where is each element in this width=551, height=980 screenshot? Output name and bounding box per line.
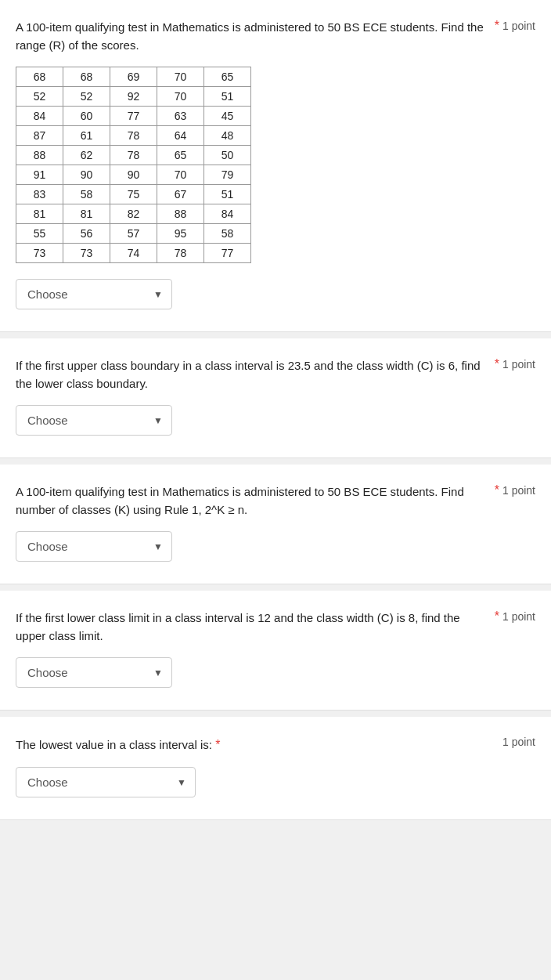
question-block-3: A 100-item qualifying test in Mathematic… [0, 465, 551, 584]
table-cell: 92 [110, 87, 157, 107]
table-row: 9190907079 [16, 165, 251, 185]
table-cell: 45 [204, 107, 251, 126]
dropdown-wrapper-5: Choose ▼ [16, 767, 196, 797]
table-cell: 70 [157, 87, 204, 107]
question-header-1: A 100-item qualifying test in Mathematic… [16, 19, 535, 54]
table-cell: 73 [63, 244, 110, 263]
dropdown-q4[interactable]: Choose [16, 657, 172, 688]
question-block-5: The lowest value in a class interval is:… [0, 717, 551, 820]
table-cell: 62 [63, 146, 110, 165]
table-cell: 63 [157, 107, 204, 126]
table-cell: 77 [110, 107, 157, 126]
table-row: 8460776345 [16, 107, 251, 126]
points-label-2: 1 point [502, 358, 535, 371]
table-cell: 61 [63, 126, 110, 146]
table-cell: 81 [63, 204, 110, 224]
table-cell: 58 [63, 185, 110, 204]
table-cell: 68 [16, 67, 63, 87]
table-cell: 79 [204, 165, 251, 185]
table-cell: 60 [63, 107, 110, 126]
question-text-4: If the first lower class limit in a clas… [16, 609, 495, 645]
table-cell: 70 [157, 67, 204, 87]
dropdown-wrapper-4: Choose ▼ [16, 657, 172, 688]
table-cell: 65 [204, 67, 251, 87]
table-cell: 95 [157, 224, 204, 244]
table-row: 8862786550 [16, 146, 251, 165]
question-text-3: A 100-item qualifying test in Mathematic… [16, 483, 495, 519]
dropdown-wrapper-3: Choose ▼ [16, 531, 172, 562]
table-row: 8761786448 [16, 126, 251, 146]
table-cell: 52 [63, 87, 110, 107]
question-meta-5: 1 point [502, 736, 535, 748]
table-cell: 57 [110, 224, 157, 244]
table-cell: 88 [16, 146, 63, 165]
points-label-3: 1 point [502, 484, 535, 497]
question-meta-4: * 1 point [495, 609, 535, 624]
table-cell: 75 [110, 185, 157, 204]
dropdown-q5[interactable]: Choose [16, 767, 196, 797]
question-text-5: The lowest value in a class interval is:… [16, 736, 502, 754]
dropdown-wrapper-1: Choose ▼ [16, 279, 172, 309]
question-text-2: If the first upper class boundary in a c… [16, 357, 495, 392]
question-meta-3: * 1 point [495, 483, 535, 497]
table-row: 5252927051 [16, 87, 251, 107]
question-block-1: A 100-item qualifying test in Mathematic… [0, 0, 551, 332]
table-cell: 58 [204, 224, 251, 244]
dropdown-q2[interactable]: Choose [16, 405, 172, 436]
table-cell: 84 [16, 107, 63, 126]
required-star-1: * [495, 19, 499, 33]
table-cell: 74 [110, 244, 157, 263]
table-cell: 78 [110, 146, 157, 165]
table-cell: 50 [204, 146, 251, 165]
table-cell: 81 [16, 204, 63, 224]
question-meta-2: * 1 point [495, 357, 535, 371]
question-header-5: The lowest value in a class interval is:… [16, 736, 535, 754]
required-star-5: * [215, 738, 220, 751]
table-row: 8181828884 [16, 204, 251, 224]
table-cell: 64 [157, 126, 204, 146]
table-cell: 70 [157, 165, 204, 185]
table-row: 6868697065 [16, 67, 251, 87]
question-block-4: If the first lower class limit in a clas… [0, 591, 551, 711]
table-cell: 90 [110, 165, 157, 185]
table-cell: 84 [204, 204, 251, 224]
question-header-4: If the first lower class limit in a clas… [16, 609, 535, 645]
table-row: 5556579558 [16, 224, 251, 244]
table-cell: 77 [204, 244, 251, 263]
table-cell: 78 [157, 244, 204, 263]
table-cell: 55 [16, 224, 63, 244]
scores-table: 6868697065525292705184607763458761786448… [16, 67, 251, 263]
question-meta-1: * 1 point [495, 19, 535, 33]
table-cell: 67 [157, 185, 204, 204]
table-cell: 68 [63, 67, 110, 87]
question-block-2: If the first upper class boundary in a c… [0, 338, 551, 458]
table-cell: 56 [63, 224, 110, 244]
table-cell: 87 [16, 126, 63, 146]
points-label-1: 1 point [502, 20, 535, 32]
required-star-3: * [495, 483, 499, 497]
dropdown-q3[interactable]: Choose [16, 531, 172, 562]
dropdown-wrapper-2: Choose ▼ [16, 405, 172, 436]
table-cell: 91 [16, 165, 63, 185]
points-label-4: 1 point [502, 610, 535, 623]
table-row: 7373747877 [16, 244, 251, 263]
question-header-2: If the first upper class boundary in a c… [16, 357, 535, 392]
table-cell: 82 [110, 204, 157, 224]
table-cell: 78 [110, 126, 157, 146]
table-cell: 51 [204, 185, 251, 204]
q5-text-main: The lowest value in a class interval is: [16, 738, 212, 751]
required-star-2: * [495, 357, 499, 371]
table-cell: 51 [204, 87, 251, 107]
table-cell: 69 [110, 67, 157, 87]
table-cell: 52 [16, 87, 63, 107]
required-star-4: * [495, 609, 499, 624]
table-cell: 83 [16, 185, 63, 204]
dropdown-q1[interactable]: Choose [16, 279, 172, 309]
question-header-3: A 100-item qualifying test in Mathematic… [16, 483, 535, 519]
table-cell: 90 [63, 165, 110, 185]
table-cell: 65 [157, 146, 204, 165]
points-label-5: 1 point [502, 736, 535, 748]
table-cell: 88 [157, 204, 204, 224]
table-cell: 73 [16, 244, 63, 263]
table-cell: 48 [204, 126, 251, 146]
